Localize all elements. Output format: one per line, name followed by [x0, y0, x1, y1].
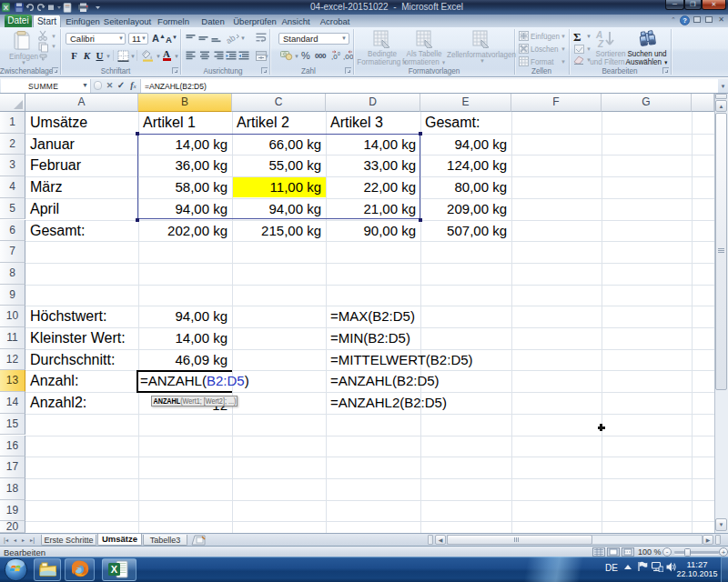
svg-text:X: X	[111, 564, 118, 575]
svg-text:Z: Z	[597, 39, 604, 48]
svg-text:ab: ab	[227, 33, 237, 44]
